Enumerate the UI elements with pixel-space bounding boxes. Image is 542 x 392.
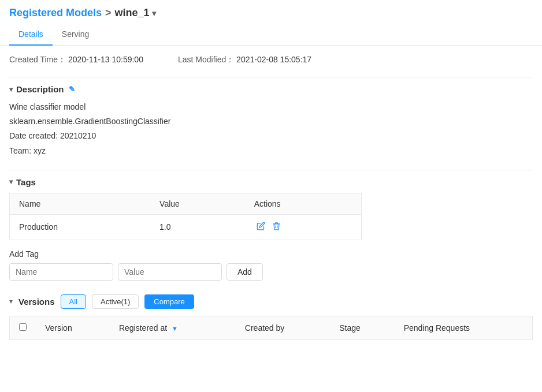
sort-icon[interactable]: ▼	[172, 325, 178, 332]
meta-row: Created Time： 2020-11-13 10:59:00 Last M…	[9, 55, 533, 65]
tags-header-row: Name Value Actions	[10, 193, 362, 214]
filter-all-button[interactable]: All	[61, 294, 86, 309]
desc-line-2: sklearn.ensemble.GradientBoostingClassif…	[9, 114, 533, 129]
add-tag-inputs: Add	[9, 263, 533, 281]
filter-active-button[interactable]: Active(1)	[92, 294, 139, 309]
tags-toggle[interactable]: ▾	[9, 178, 13, 186]
versions-header-row: Version Registered at ▼ Created by Stage…	[10, 316, 533, 339]
versions-header: ▾ Versions All Active(1) Compare	[9, 294, 533, 309]
tag-value-cell: 1.0	[150, 214, 245, 240]
col-created-by: Created by	[236, 316, 330, 339]
desc-line-4: Team: xyz	[9, 144, 533, 158]
breadcrumb-link[interactable]: Registered Models	[9, 7, 102, 19]
versions-section: ▾ Versions All Active(1) Compare Version…	[9, 294, 533, 340]
compare-button[interactable]: Compare	[144, 294, 194, 309]
tabs-container: Details Serving	[0, 24, 542, 46]
description-title: Description	[16, 84, 64, 94]
col-version: Version	[36, 316, 110, 339]
last-modified: Last Modified： 2021-02-08 15:05:17	[178, 55, 311, 65]
versions-toggle[interactable]: ▾	[9, 297, 13, 305]
desc-line-1: Wine classifier model	[9, 100, 533, 114]
model-name: wine_1	[115, 7, 150, 19]
tag-value-input[interactable]	[118, 263, 222, 281]
model-dropdown-icon[interactable]: ▾	[152, 9, 156, 18]
col-registered-at: Registered at ▼	[110, 316, 236, 339]
delete-tag-button[interactable]	[270, 221, 283, 234]
tag-name-input[interactable]	[9, 263, 113, 281]
edit-tag-button[interactable]	[254, 221, 268, 234]
add-tag-label: Add Tag	[9, 249, 533, 259]
tags-header: ▾ Tags	[9, 177, 533, 187]
versions-table: Version Registered at ▼ Created by Stage…	[9, 316, 533, 340]
created-time: Created Time： 2020-11-13 10:59:00	[9, 55, 143, 65]
tags-section: ▾ Tags Name Value Actions Production 1.0	[9, 177, 533, 281]
main-content: Created Time： 2020-11-13 10:59:00 Last M…	[0, 46, 542, 359]
col-actions: Actions	[245, 193, 362, 214]
col-value: Value	[150, 193, 245, 214]
tab-serving[interactable]: Serving	[53, 24, 98, 46]
col-checkbox	[10, 316, 36, 339]
tag-actions-cell	[245, 214, 362, 240]
description-section: ▾ Description ✎ Wine classifier model sk…	[9, 84, 533, 158]
tab-details[interactable]: Details	[9, 24, 53, 46]
tag-name-cell: Production	[10, 214, 151, 240]
col-pending-requests: Pending Requests	[395, 316, 533, 339]
description-edit-icon[interactable]: ✎	[69, 85, 75, 94]
add-tag-button[interactable]: Add	[227, 263, 263, 281]
description-toggle[interactable]: ▾	[9, 85, 13, 94]
divider-1	[9, 77, 533, 77]
description-header: ▾ Description ✎	[9, 84, 533, 94]
breadcrumb-separator: >	[105, 7, 112, 19]
description-content: Wine classifier model sklearn.ensemble.G…	[9, 100, 533, 158]
tags-title: Tags	[16, 177, 36, 187]
desc-line-3: Date created: 20210210	[9, 129, 533, 143]
col-name: Name	[10, 193, 151, 214]
tags-table: Name Value Actions Production 1.0	[9, 193, 362, 240]
divider-2	[9, 170, 533, 170]
select-all-checkbox[interactable]	[19, 323, 27, 331]
versions-title: Versions	[18, 297, 55, 307]
page-header: Registered Models > wine_1 ▾	[0, 0, 542, 24]
tag-row: Production 1.0	[10, 214, 362, 240]
add-tag-section: Add Tag Add	[9, 249, 533, 281]
col-stage: Stage	[330, 316, 394, 339]
